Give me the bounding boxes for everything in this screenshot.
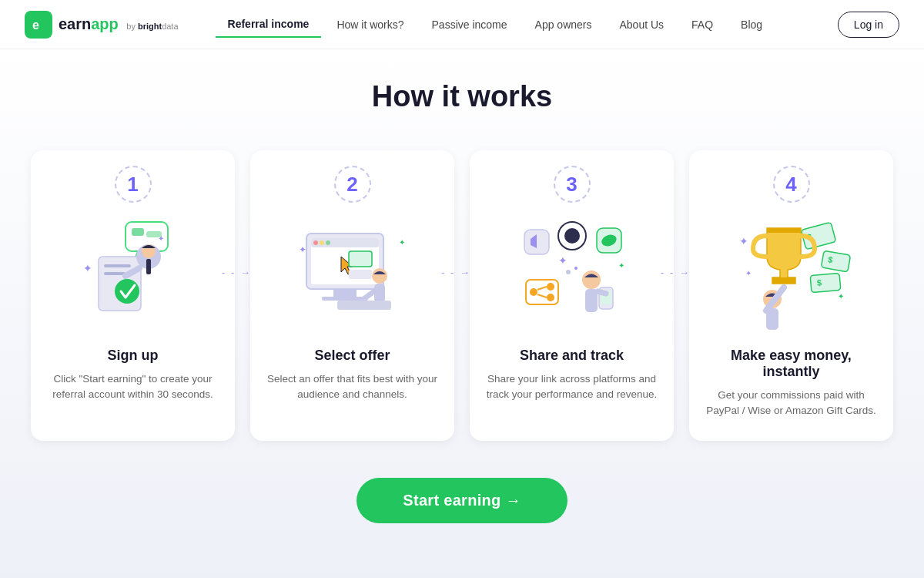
svg-rect-14	[146, 231, 162, 237]
svg-rect-59	[767, 228, 801, 233]
step-illustration-1: ✦ ✦	[46, 212, 219, 335]
svg-rect-24	[349, 251, 372, 267]
step-desc-1: Click "Start earning" to create your ref…	[46, 371, 219, 403]
step-card-2: 2	[250, 150, 454, 441]
nav-app-owners[interactable]: App owners	[523, 12, 604, 37]
step-number-3: 3	[554, 166, 591, 203]
arrow-1: - - →	[222, 267, 252, 278]
svg-text:✦: ✦	[83, 262, 92, 274]
step-illustration-2: ✦ ✦	[266, 212, 439, 335]
nav-how-it-works[interactable]: How it works?	[324, 12, 416, 37]
svg-point-51	[566, 270, 571, 274]
nav-blog[interactable]: Blog	[728, 12, 775, 37]
svg-point-6	[115, 279, 139, 304]
svg-text:✦: ✦	[739, 235, 748, 247]
header: e earnapp by brightdata Referral income …	[0, 0, 924, 49]
svg-point-40	[547, 283, 554, 291]
step-number-1: 1	[115, 166, 152, 203]
step-number-4: 4	[773, 166, 810, 203]
svg-rect-25	[349, 270, 372, 279]
logo-byline: by brightdata	[126, 22, 178, 31]
svg-rect-13	[132, 228, 144, 236]
svg-point-44	[582, 271, 601, 289]
svg-rect-5	[104, 272, 126, 275]
svg-text:✦: ✦	[299, 244, 306, 255]
nav-passive-income[interactable]: Passive income	[420, 12, 520, 37]
nav-faq[interactable]: FAQ	[679, 12, 725, 37]
step-illustration-3: ✦ ✦	[485, 212, 658, 335]
svg-line-48	[598, 291, 606, 294]
svg-rect-60	[772, 277, 795, 284]
step-desc-4: Get your commissions paid with PayPal / …	[705, 388, 878, 419]
step-desc-2: Select an offer that fits best with your…	[266, 371, 439, 403]
svg-point-35	[564, 228, 580, 244]
cta-section: Start earning →	[357, 478, 567, 523]
svg-text:✦: ✦	[399, 238, 405, 247]
svg-rect-9	[146, 259, 151, 274]
start-earning-button[interactable]: Start earning →	[357, 478, 567, 523]
svg-point-26	[372, 268, 387, 284]
svg-rect-16	[333, 289, 357, 297]
nav-referral-income[interactable]: Referral income	[216, 12, 322, 38]
logo-app: app	[91, 15, 119, 32]
main-content: How it works 1	[0, 49, 924, 578]
step-title-2: Select offer	[314, 348, 390, 364]
logo-icon: e	[25, 11, 52, 39]
step-illustration-4: $ $ $	[705, 212, 878, 335]
step-title-3: Share and track	[520, 348, 624, 364]
logo-earn: earn	[59, 15, 91, 32]
nav-about-us[interactable]: About Us	[608, 12, 677, 37]
step-card-1: 1	[31, 150, 235, 441]
logo[interactable]: e earnapp by brightdata	[25, 11, 179, 39]
svg-rect-4	[104, 264, 131, 267]
step-title-4: Make easy money, instantly	[705, 348, 878, 380]
step-title-1: Sign up	[108, 348, 159, 364]
svg-rect-57	[810, 273, 841, 292]
svg-text:$: $	[816, 277, 822, 287]
svg-point-41	[547, 294, 554, 301]
svg-rect-29	[337, 301, 391, 310]
svg-text:e: e	[32, 18, 39, 32]
svg-rect-55	[821, 250, 850, 272]
svg-point-52	[574, 267, 578, 270]
step-card-3: 3	[470, 150, 674, 441]
svg-text:✦: ✦	[745, 269, 752, 277]
steps-grid: 1	[31, 150, 893, 441]
login-button[interactable]: Log in	[838, 12, 899, 38]
page-title: How it works	[372, 80, 552, 113]
arrow-3: - - →	[661, 267, 691, 278]
step-card-4: 4 $ $ $	[689, 150, 893, 441]
svg-text:✦: ✦	[558, 254, 567, 267]
step-number-2: 2	[334, 166, 371, 203]
svg-point-21	[320, 240, 324, 245]
svg-text:✦: ✦	[618, 261, 624, 270]
svg-point-39	[530, 288, 537, 296]
svg-text:✦: ✦	[838, 292, 844, 301]
step-desc-3: Share your link across platforms and tra…	[485, 371, 658, 403]
arrow-2: - - →	[441, 267, 471, 278]
logo-wordmark: earnapp by brightdata	[59, 15, 179, 33]
svg-point-20	[313, 240, 318, 245]
svg-point-22	[326, 240, 330, 245]
main-nav: Referral income How it works? Passive in…	[216, 12, 838, 38]
